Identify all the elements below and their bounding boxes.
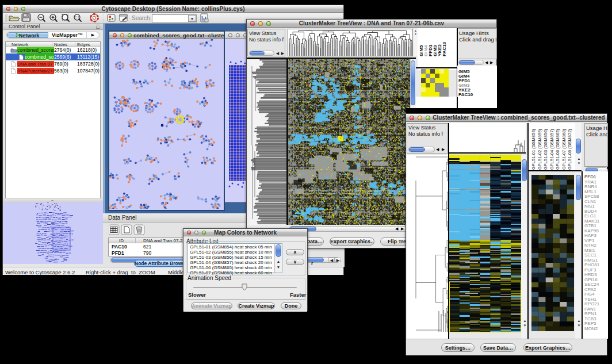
svg-text:GPL51-03 (GSM856): GPL51-03 (GSM856): [543, 129, 548, 170]
svg-text:PAC10: PAC10: [442, 41, 447, 56]
svg-text:GPL51-06 (GSM865): GPL51-06 (GSM865): [555, 129, 560, 170]
svg-text:1:1: 1:1: [75, 16, 79, 19]
svg-text:GPL51-08 (GSM872): GPL51-08 (GSM872): [567, 129, 572, 170]
svg-text:Search:: Search:: [132, 15, 151, 21]
svg-text:GPL51-07 (GSM868): GPL51-07 (GSM868): [561, 129, 567, 170]
svg-text:GPL51-01 (GSM854): GPL51-01 (GSM854): [531, 129, 536, 170]
svg-text:GPL51-04 (GSM857): GPL51-04 (GSM857): [549, 129, 554, 170]
svg-text:GPL51-02 (GSM855): GPL51-02 (GSM855): [537, 129, 542, 170]
